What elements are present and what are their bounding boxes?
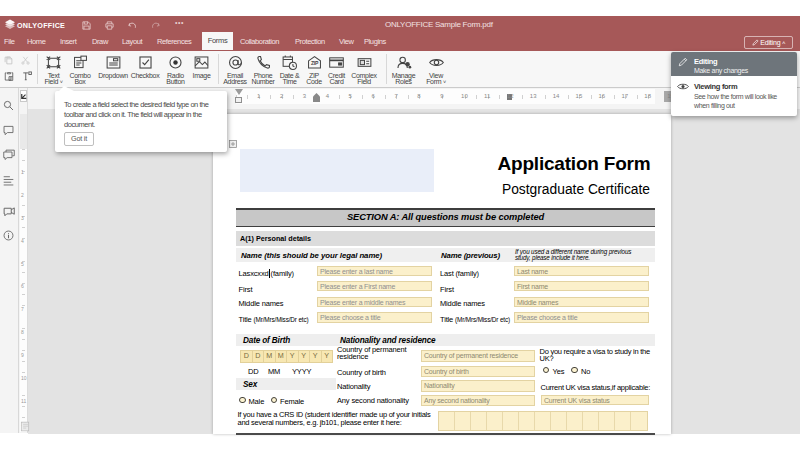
svg-text:ZIP: ZIP bbox=[310, 60, 318, 66]
